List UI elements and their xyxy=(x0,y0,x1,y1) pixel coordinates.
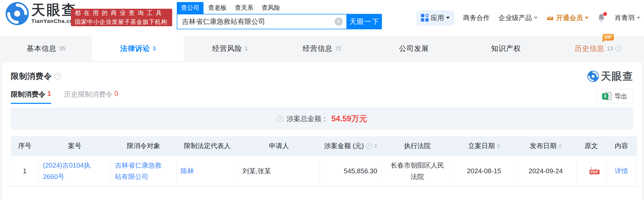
tianyancha-watermark: 天眼查 xyxy=(587,69,633,83)
consumption-order-subtabs: 限制消费令 1 历史限制消费令 0 xyxy=(11,90,118,104)
col-index: 序号 xyxy=(11,136,39,156)
tianyancha-logo-icon xyxy=(6,2,29,25)
content-card: 限制消费令 天眼查 限制消费令 1 历史限制消费令 xyxy=(2,62,642,200)
search-tab-company[interactable]: 查公司 xyxy=(177,2,204,14)
col-filing-date: 立案日期 xyxy=(453,136,515,156)
top-bar: 天眼查 TianYanCha.com 都在用的商业查询工具 国家中小企业发展子基… xyxy=(0,0,644,36)
nav-open-membership[interactable]: 开通会员 xyxy=(546,13,588,22)
cell-applicant: 刘某,张某 xyxy=(238,156,320,186)
cell-legal-representative: 陈林 xyxy=(177,156,238,186)
search-tab-risk[interactable]: 查风险 xyxy=(262,2,280,14)
tab-historical-info[interactable]: VIP 历史信息 13 xyxy=(552,36,644,61)
col-publish-date: 发布日期 xyxy=(515,136,577,156)
slogan-line-2: 国家中小企业发展子基金旗下机构 xyxy=(75,18,168,26)
search-input[interactable] xyxy=(177,14,346,29)
section-title: 限制消费令 xyxy=(11,71,52,82)
chevron-down-icon xyxy=(637,17,640,19)
nav-enterprise-label: 企业级产品 xyxy=(499,13,532,22)
tab-intellectual-property[interactable]: 知识产权 xyxy=(460,36,552,61)
col-applicant: 申请人 xyxy=(238,136,320,156)
col-original-doc: 原文 xyxy=(577,136,606,156)
chevron-down-icon xyxy=(585,17,588,19)
total-amount-value: 54.59万元 xyxy=(331,113,367,124)
tab-business-info[interactable]: 经营信息 72 xyxy=(276,36,368,61)
col-amount: 涉案金额 (元) xyxy=(320,136,382,156)
tab-legal-proceedings[interactable]: 法律诉讼 3 xyxy=(92,36,184,61)
col-case-number: 案号 xyxy=(39,136,111,156)
user-menu[interactable]: 肖青羽 xyxy=(615,13,640,22)
pdf-icon[interactable]: PDF xyxy=(591,167,592,175)
notification-dot xyxy=(603,12,607,16)
help-icon[interactable] xyxy=(615,46,621,52)
cell-case-number: (2024)吉0104执2660号 xyxy=(39,156,111,186)
col-restricted-target: 限消令对象 xyxy=(111,136,177,156)
cell-restricted-target: 吉林省仁康急救站有限公司 xyxy=(111,156,177,186)
tab-operational-risk[interactable]: 经营风险 1 xyxy=(184,36,276,61)
watermark-text: 天眼查 xyxy=(601,69,633,83)
cell-publish-date: 2024-09-24 xyxy=(515,156,577,186)
apps-grid-icon xyxy=(421,14,429,22)
export-button[interactable]: 导出 xyxy=(596,89,633,103)
chevron-down-icon xyxy=(534,17,538,19)
cell-content: 详情 xyxy=(606,156,637,186)
chevron-down-icon xyxy=(446,17,450,19)
sort-icon[interactable] xyxy=(559,144,562,148)
subtab-restriction-orders[interactable]: 限制消费令 1 xyxy=(11,90,51,104)
membership-label: 开通会员 xyxy=(556,13,583,22)
nav-enterprise-products[interactable]: 企业级产品 xyxy=(499,13,538,22)
vip-badge: VIP xyxy=(602,34,614,41)
cell-filing-date: 2024-08-15 xyxy=(453,156,515,186)
tab-basic-info[interactable]: 基本信息 35 xyxy=(0,36,92,61)
top-nav: 应用 商务合作 企业级产品 开通会员 肖青羽 xyxy=(416,9,640,26)
restriction-orders-table: 序号 案号 限消令对象 限制法定代表人 申请人 涉案金额 (元) 执行法院 xyxy=(11,136,637,186)
total-amount-label: 涉案总金额： xyxy=(287,114,328,123)
tianyancha-watermark-icon xyxy=(587,71,599,82)
company-section-tabs: 基本信息 35 法律诉讼 3 经营风险 1 经营信息 72 公司发展 知识产权 … xyxy=(0,36,644,61)
cell-index: 1 xyxy=(11,156,39,186)
notification-bell[interactable] xyxy=(597,13,606,22)
clear-icon[interactable]: ✕ xyxy=(335,17,343,26)
search-tab-relations[interactable]: 查关系 xyxy=(235,2,253,14)
sort-icon[interactable] xyxy=(374,144,377,148)
col-content: 内容 xyxy=(606,136,637,156)
subtab-historical-restriction-orders[interactable]: 历史限制消费令 0 xyxy=(64,90,118,104)
col-court: 执行法院 xyxy=(382,136,453,156)
table-header-row: 序号 案号 限消令对象 限制法定代表人 申请人 涉案金额 (元) 执行法院 xyxy=(11,136,637,156)
nav-business-label: 商务合作 xyxy=(463,13,490,22)
cell-court: 长春市朝阳区人民法院 xyxy=(382,156,453,186)
slogan-badge: 都在用的商业查询工具 国家中小企业发展子基金旗下机构 xyxy=(71,9,172,26)
sort-icon[interactable] xyxy=(497,144,500,148)
help-icon[interactable] xyxy=(366,143,372,149)
search-tab-boss[interactable]: 查老板 xyxy=(208,2,227,14)
help-icon[interactable] xyxy=(54,73,61,80)
excel-icon xyxy=(602,92,611,100)
search-block: 查公司 查老板 查关系 查风险 ✕ 天眼一下 xyxy=(177,2,382,29)
crown-icon xyxy=(546,14,554,21)
case-number-link[interactable]: (2024)吉0104执2660号 xyxy=(43,160,103,182)
username: 肖青羽 xyxy=(615,13,635,22)
slogan-line-1: 都在用的商业查询工具 xyxy=(75,9,168,17)
legal-representative-link[interactable]: 陈林 xyxy=(181,167,194,175)
search-button[interactable]: 天眼一下 xyxy=(347,14,382,29)
search-tabs: 查公司 查老板 查关系 查风险 xyxy=(177,2,382,14)
apps-button[interactable]: 应用 xyxy=(416,10,454,25)
nav-business-cooperation[interactable]: 商务合作 xyxy=(463,13,490,22)
search-input-wrap: ✕ xyxy=(177,14,347,29)
table-row: 1 (2024)吉0104执2660号 吉林省仁康急救站有限公司 陈林 刘某,张… xyxy=(11,156,637,186)
restricted-target-link[interactable]: 吉林省仁康急救站有限公司 xyxy=(115,160,166,182)
content-background: 限制消费令 天眼查 限制消费令 1 历史限制消费令 xyxy=(0,61,644,200)
apps-label: 应用 xyxy=(431,13,444,22)
help-icon[interactable] xyxy=(277,115,283,122)
tab-company-development[interactable]: 公司发展 xyxy=(368,36,460,61)
cell-original-doc: PDF xyxy=(577,156,606,186)
summary-bar: 涉案总金额： 54.59万元 xyxy=(11,107,633,130)
cell-amount: 545,856.30 xyxy=(320,156,382,186)
col-legal-representative: 限制法定代表人 xyxy=(177,136,238,156)
detail-link[interactable]: 详情 xyxy=(615,167,628,175)
tianyancha-logo[interactable]: 天眼查 TianYanCha.com xyxy=(6,2,78,25)
